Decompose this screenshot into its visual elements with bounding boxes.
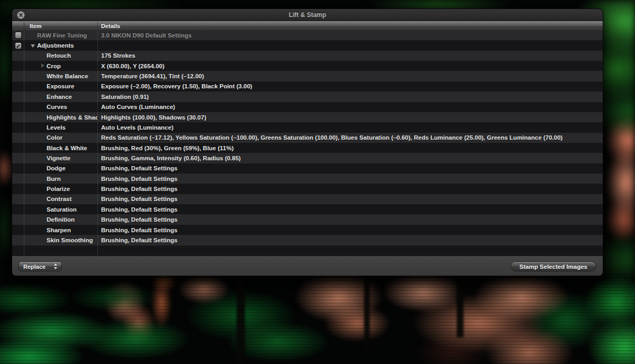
disclosure-spacer [31,33,37,38]
item-cell: Contrast [24,196,97,202]
item-cell: RAW Fine Tuning [24,32,97,39]
details-cell: Saturation (0.91) [97,94,603,100]
table-row[interactable]: CurvesAuto Curves (Luminance) [12,102,603,112]
item-label: Crop [47,63,61,69]
disclosure-spacer [40,84,47,89]
item-cell: Color [24,134,97,141]
table-row[interactable]: SaturationBrushing, Default Settings [12,204,603,214]
item-label: Levels [47,124,66,131]
item-cell: Definition [24,216,97,223]
disclosure-spacer [40,166,47,171]
titlebar[interactable]: Lift & Stamp [12,9,603,21]
row-checkbox[interactable] [15,32,22,39]
item-cell: White Balance [24,73,97,79]
details-cell: Brushing, Default Settings [97,196,603,202]
disclosure-spacer [40,156,47,161]
row-checkbox[interactable]: ✓ [15,42,22,49]
disclosure-spacer [40,104,47,110]
details-cell: Brushing, Default Settings [97,176,603,182]
table-row[interactable]: PolarizeBrushing, Default Settings [12,184,603,194]
footer-bar: Replace Stamp Selected Images [12,256,603,276]
item-label: Adjustments [37,42,74,49]
disclosure-down-icon[interactable] [31,43,37,48]
item-label: Contrast [47,196,71,202]
details-cell: Brushing, Default Settings [97,165,603,171]
details-cell: Highlights (100.00), Shadows (30.07) [97,114,603,121]
disclosure-spacer [40,53,47,58]
details-cell: Brushing, Gamma, Intensity (0.60), Radiu… [97,155,603,161]
item-cell: Retouch [24,52,97,59]
item-cell: Vignette [24,155,97,161]
column-header-item[interactable]: Item [24,23,97,29]
table-row[interactable]: BurnBrushing, Default Settings [12,174,603,184]
disclosure-spacer [40,207,47,212]
item-label: Dodge [47,165,66,171]
table-row[interactable]: ColorReds Saturation (–17.12), Yellows S… [12,133,603,143]
disclosure-spacer [40,196,47,202]
table-row[interactable]: RAW Fine Tuning3.0 NIKON D90 Default Set… [12,30,603,40]
details-cell: Reds Saturation (–17.12), Yellows Satura… [97,134,603,141]
disclosure-right-icon[interactable] [40,63,47,69]
table-row[interactable]: SharpenBrushing, Default Settings [12,225,603,235]
details-cell: Auto Curves (Luminance) [97,104,603,110]
mode-popup[interactable]: Replace [19,261,62,271]
table-header: Item Details [12,21,603,30]
details-cell: Brushing, Default Settings [97,227,603,233]
details-cell: X (630.00), Y (2654.00) [97,63,603,69]
window-title: Lift & Stamp [12,9,603,21]
mode-popup-label: Replace [23,263,46,270]
table-row[interactable]: VignetteBrushing, Gamma, Intensity (0.60… [12,153,603,163]
item-cell: Highlights & Shadows [24,114,97,121]
item-cell: Levels [24,124,97,131]
item-label: Color [47,134,62,141]
disclosure-spacer [40,115,47,120]
item-cell: Exposure [24,83,97,89]
table-row[interactable]: EnhanceSaturation (0.91) [12,92,603,102]
stamp-selected-images-button[interactable]: Stamp Selected Images [511,261,596,271]
table-row[interactable]: DefinitionBrushing, Default Settings [12,214,603,224]
item-cell: Enhance [24,94,97,100]
lift-stamp-window: Lift & Stamp Item Details RAW Fine Tunin… [12,8,603,276]
table-row[interactable]: Retouch175 Strokes [12,51,603,61]
table-row[interactable]: Skin SmoothingBrushing, Default Settings [12,235,603,245]
disclosure-spacer [40,238,47,243]
details-cell: Auto Levels (Luminance) [97,124,603,131]
item-cell: Black & White [24,145,97,151]
item-label: White Balance [47,73,88,79]
item-label: RAW Fine Tuning [37,32,87,39]
column-header-details[interactable]: Details [97,23,603,29]
checkbox-cell: ✓ [12,42,24,49]
item-label: Exposure [47,83,74,89]
table-row[interactable]: Highlights & ShadowsHighlights (100.00),… [12,112,603,122]
details-cell: 175 Strokes [97,52,603,59]
close-icon[interactable] [17,11,25,19]
table-row[interactable]: ✓Adjustments [12,40,603,50]
item-cell: Burn [24,176,97,182]
item-label: Retouch [47,52,71,59]
checkbox-cell [12,32,24,39]
details-cell: Brushing, Default Settings [97,237,603,243]
table-row[interactable]: CropX (630.00), Y (2654.00) [12,61,603,71]
item-label: Skin Smoothing [47,237,93,243]
item-label: Curves [47,104,67,110]
item-label: Polarize [47,186,70,192]
table-row[interactable]: ContrastBrushing, Default Settings [12,194,603,204]
item-label: Saturation [47,206,77,213]
table-row[interactable]: DodgeBrushing, Default Settings [12,163,603,174]
item-cell: Crop [24,63,97,69]
table-row[interactable]: ExposureExposure (–2.00), Recovery (1.50… [12,81,603,92]
item-cell: Skin Smoothing [24,237,97,243]
disclosure-spacer [40,125,47,130]
disclosure-spacer [40,186,47,192]
table-body: RAW Fine Tuning3.0 NIKON D90 Default Set… [12,30,603,256]
table-row[interactable]: Black & WhiteBrushing, Red (30%), Green … [12,143,603,153]
water-ripples [0,274,635,364]
details-cell: 3.0 NIKON D90 Default Settings [97,32,603,39]
item-cell: Curves [24,104,97,110]
item-label: Black & White [47,145,87,151]
table-row[interactable]: White BalanceTemperature (3694.41), Tint… [12,71,603,81]
details-cell: Brushing, Default Settings [97,186,603,192]
details-cell: Brushing, Default Settings [97,206,603,213]
item-cell: Saturation [24,206,97,213]
table-row[interactable]: LevelsAuto Levels (Luminance) [12,122,603,132]
